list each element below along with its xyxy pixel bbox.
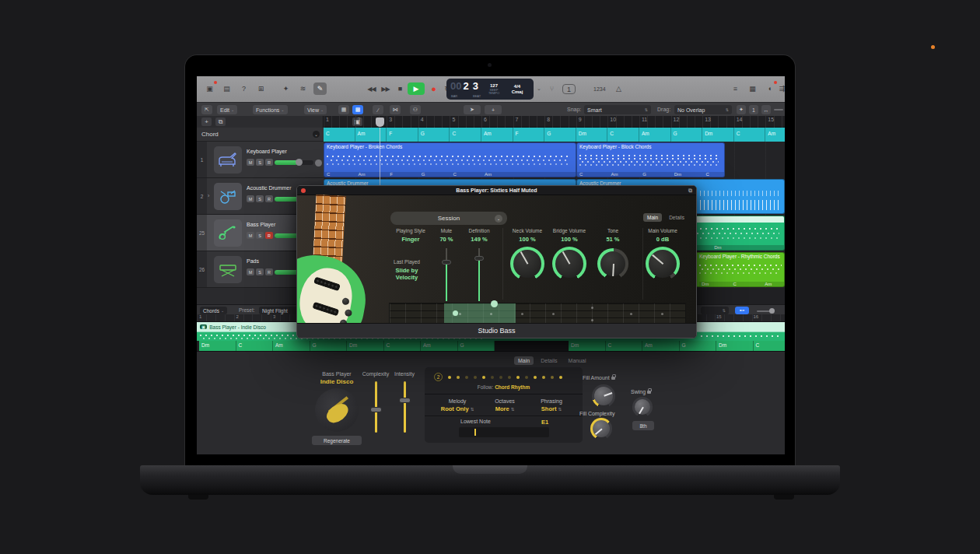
melody-param[interactable]: Melody Root Only ⇅ <box>430 398 485 412</box>
editor-chord-segment[interactable]: C <box>606 341 643 351</box>
neck-volume-knob[interactable] <box>510 247 544 281</box>
chord-segment[interactable]: G <box>671 128 703 142</box>
chord-segment[interactable]: Dm <box>702 128 734 142</box>
pattern-dot[interactable] <box>457 376 460 379</box>
mute-button[interactable]: M <box>247 232 254 239</box>
editor-chord-segment[interactable]: Dm <box>569 341 606 351</box>
pencil-tool-icon[interactable]: ✎ <box>313 82 327 95</box>
pointer-tool-menu[interactable]: ➤ <box>464 105 481 114</box>
phrasing-param[interactable]: Phrasing Short ⇅ <box>524 398 579 412</box>
plugin-tab-details[interactable]: Details <box>665 213 688 222</box>
editor-chord-segment[interactable]: Dm <box>347 341 384 351</box>
metronome-icon[interactable]: △ <box>612 82 625 95</box>
editor-chord-segment[interactable]: C <box>236 341 274 351</box>
editor-chord-lane[interactable]: DmCAmGDmCAmGDmCAmGDmC <box>197 341 785 351</box>
edit-menu[interactable]: Edit⌄ <box>217 105 237 114</box>
chord-segment[interactable]: F <box>387 128 418 142</box>
piano-roll-view-icon[interactable]: ▩ <box>352 105 363 114</box>
editor-chord-segment[interactable]: C <box>754 341 786 351</box>
bar-ruler[interactable]: 123456789101112131415 <box>324 116 785 128</box>
session-dropdown[interactable]: Session ⌄ <box>390 212 507 225</box>
eye-icon[interactable]: ⌄ <box>313 131 320 138</box>
region-broken-chords[interactable]: Keyboard Player - Broken Chords CAmFGCAm <box>324 142 576 177</box>
tone-knob[interactable] <box>597 248 628 279</box>
fx-icon[interactable]: ✦ <box>279 82 292 95</box>
bass-player-plugin-window[interactable]: Bass Player: Sixties Half Muted ⧉ <box>296 185 697 338</box>
editor-dropdown[interactable]: ⇅ <box>701 307 729 314</box>
disclosure-icon[interactable]: › <box>208 193 209 198</box>
chord-segment[interactable]: C <box>607 128 639 142</box>
ruler-row[interactable]: + ⧉ ▣ 123456789101112131415 <box>197 116 785 128</box>
solo-button[interactable]: S <box>256 159 264 166</box>
list-editors-icon[interactable]: ≡ <box>729 82 742 95</box>
editor-chord-segment[interactable]: Am <box>421 341 458 351</box>
close-icon[interactable] <box>301 188 306 193</box>
drag-dropdown[interactable]: No Overlap⇅ <box>674 105 732 114</box>
lowest-note-slider[interactable] <box>459 427 549 437</box>
chord-segment[interactable]: Am <box>481 128 513 142</box>
record-enable-button[interactable]: R <box>265 232 273 239</box>
chord-track-strip[interactable]: CAmFGCAmFGDmCAmGDmCAm <box>324 128 785 142</box>
mixer-icon[interactable]: ≋ <box>296 82 310 95</box>
count-in-icon[interactable]: 1 <box>562 84 576 94</box>
pattern-dots[interactable] <box>448 376 562 379</box>
text-tool-icon[interactable]: 1 <box>749 105 758 114</box>
zoom-slider[interactable] <box>774 109 783 110</box>
quick-help-icon[interactable]: ? <box>237 82 250 95</box>
regenerate-button[interactable]: Regenerate <box>312 436 362 445</box>
pattern-dot[interactable] <box>516 376 520 379</box>
editor-chord-segment[interactable]: G <box>458 341 495 351</box>
track-header-keyboard-player[interactable]: 1 Keyboard Player M S R <box>197 142 324 178</box>
tab-details[interactable]: Details <box>537 356 561 365</box>
solo-button[interactable]: S <box>256 268 264 275</box>
lcd-display[interactable]: 00 2 3 127 KEEP TEMPO 4/4 Cmaj BAR BEAT <box>446 79 534 100</box>
secondary-tool-menu[interactable]: + <box>485 105 502 114</box>
pattern-dot[interactable] <box>482 376 485 379</box>
zoom-h-icon[interactable]: ↔ <box>761 105 771 114</box>
solo-button[interactable]: S <box>256 232 264 239</box>
chord-segment[interactable]: F <box>513 128 545 142</box>
pattern-badge[interactable]: 2 <box>434 373 443 381</box>
pattern-dot[interactable] <box>448 376 451 379</box>
chord-segment[interactable]: Dm <box>576 128 608 142</box>
pattern-dot[interactable] <box>542 376 545 379</box>
inspector-icon[interactable]: ▤ <box>220 82 233 95</box>
catch-button[interactable]: ⊷ <box>735 307 749 314</box>
playhead-handle[interactable] <box>376 117 384 127</box>
pattern-dot[interactable] <box>474 376 477 379</box>
chord-segment[interactable]: Am <box>355 128 387 142</box>
add-tracks-icon[interactable]: ⊞ <box>254 82 268 95</box>
fill-amount-knob[interactable] <box>592 384 615 408</box>
pattern-dot[interactable] <box>559 376 562 379</box>
play-button[interactable]: ▶ <box>408 82 425 95</box>
tab-manual[interactable]: Manual <box>565 356 590 365</box>
pan-knob[interactable] <box>315 160 322 167</box>
chord-segment[interactable]: G <box>544 128 576 142</box>
duplicate-track-button[interactable]: ⧉ <box>215 117 226 126</box>
forward-button[interactable]: ▶▶ <box>379 82 392 95</box>
click-icon[interactable]: 1234 <box>592 82 607 95</box>
editor-chord-segment[interactable]: Am <box>273 341 310 351</box>
add-track-button[interactable]: + <box>201 117 212 126</box>
chord-segment[interactable]: C <box>324 128 355 142</box>
chord-segment[interactable]: G <box>418 128 450 142</box>
chord-segment[interactable]: C <box>450 128 481 142</box>
mute-button[interactable]: M <box>247 159 254 166</box>
editor-chord-segment[interactable] <box>495 341 532 351</box>
grid-view-icon[interactable]: ▦ <box>338 105 349 114</box>
crossfade-icon[interactable]: ⋈ <box>390 105 401 114</box>
pattern-dot[interactable] <box>508 376 511 379</box>
playing-style-value[interactable]: Finger <box>402 236 420 243</box>
waveform-zoom-icon[interactable]: ✦ <box>737 105 746 114</box>
plugin-titlebar[interactable]: Bass Player: Sixties Half Muted ⧉ <box>297 186 696 195</box>
lcd-chevron-icon[interactable]: ⌄ <box>537 86 541 92</box>
chord-track-header[interactable]: Chord ⌄ <box>197 128 324 142</box>
track-name[interactable]: Keyboard Player <box>247 149 287 154</box>
line-tool-icon[interactable]: ∕ <box>373 105 383 114</box>
record-enable-button[interactable]: R <box>265 268 273 275</box>
chord-segment[interactable]: C <box>734 128 766 142</box>
io-icon[interactable]: ⇶ <box>775 82 785 95</box>
tuner-icon[interactable]: ⑂ <box>545 82 558 95</box>
fill-complexity-knob[interactable] <box>590 418 612 440</box>
editor-chord-segment[interactable] <box>532 341 569 351</box>
